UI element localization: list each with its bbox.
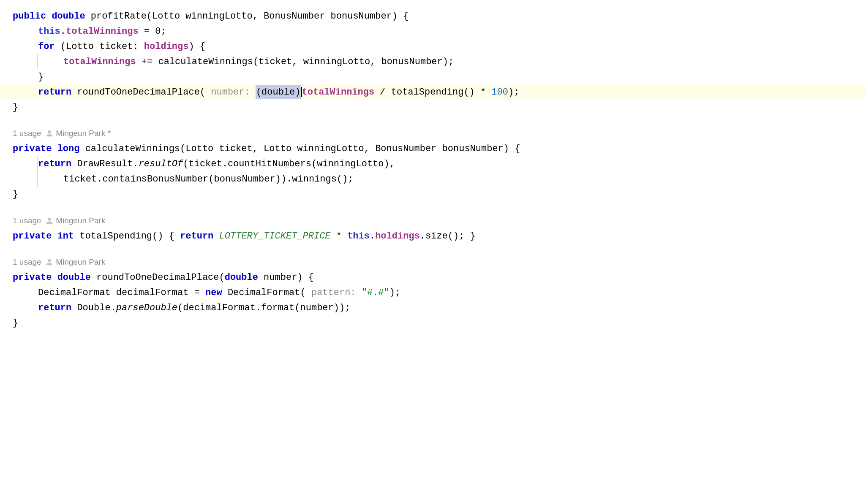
- method-parseDouble: parseDouble: [116, 301, 177, 315]
- kw-int: int: [57, 229, 74, 243]
- field-totalWinnings3: totalWinnings: [302, 85, 375, 99]
- person-icon-3: [46, 258, 53, 266]
- keyword-this: this: [38, 24, 60, 38]
- line-close-method4: }: [0, 316, 866, 331]
- s7: .size(); }: [420, 229, 476, 243]
- code-editor: public double profitRate( Lotto winningL…: [0, 0, 866, 339]
- division: / totalSpending() *: [374, 85, 491, 99]
- s10: number) {: [258, 271, 314, 285]
- kw-new: new: [205, 286, 222, 300]
- brace-close3: }: [13, 187, 18, 201]
- keyword-for: for: [38, 40, 55, 54]
- s6: *: [331, 229, 348, 243]
- type-lotto: Lotto: [152, 9, 185, 23]
- pd1: Double.: [71, 301, 116, 315]
- author-1: Mingeun Park *: [56, 127, 111, 140]
- kw-double3: double: [225, 271, 258, 285]
- usage-count-1: 1 usage: [13, 127, 41, 140]
- person-icon-2: [46, 217, 53, 225]
- brace-close2: }: [13, 100, 18, 114]
- cast-double: (double): [256, 85, 301, 99]
- kw-this2: this: [347, 229, 370, 243]
- param-hint-number: number:: [211, 85, 250, 99]
- line-method-signature: public double profitRate( Lotto winningL…: [0, 8, 866, 24]
- s9: roundToOneDecimalPlace(: [91, 271, 225, 285]
- space: [85, 9, 91, 23]
- line-this-totalWinnings: this . totalWinnings = 0;: [0, 24, 866, 39]
- brace-close: }: [38, 70, 44, 84]
- s4: totalSpending() {: [74, 229, 180, 243]
- space: [46, 9, 52, 23]
- df-new: DecimalFormat(: [222, 286, 311, 300]
- field-holdings: holdings: [144, 40, 189, 54]
- person-icon-1: [46, 130, 53, 137]
- space-meta3: [41, 256, 46, 268]
- line-roundToOne-sig: private double roundToOneDecimalPlace( d…: [0, 270, 866, 285]
- keyword-public: public: [13, 9, 46, 23]
- field-holdings2: holdings: [375, 229, 420, 243]
- cbn: ticket.containsBonusNumber(bonusNumber))…: [63, 172, 354, 186]
- line-totalSpending: private int totalSpending() { return LOT…: [0, 228, 866, 244]
- s8: [52, 271, 57, 285]
- type-bonusNumber: BonusNumber: [264, 9, 330, 23]
- dot: .: [60, 24, 66, 38]
- brace-close4: }: [13, 316, 18, 330]
- meta-totalSpending: 1 usage Mingeun Park: [0, 210, 866, 229]
- space-meta1: [41, 127, 46, 140]
- line-containsBonusNumber: ticket.containsBonusNumber(bonusNumber))…: [0, 172, 866, 187]
- keyword-double: double: [52, 9, 85, 23]
- assign-zero: = 0;: [139, 24, 166, 38]
- space-meta2: [41, 215, 46, 227]
- close-paren: );: [508, 85, 519, 99]
- line-close-method2: }: [0, 187, 866, 202]
- param-hint-pattern: pattern:: [311, 286, 356, 300]
- kw-private-3: private: [13, 271, 52, 285]
- line-return-DrawResult: return DrawResult. resultOf (ticket.coun…: [0, 157, 866, 172]
- dr2: (ticket.countHitNumbers(winningLotto),: [183, 157, 395, 171]
- s2: calculateWinnings(Lotto ticket, Lotto wi…: [79, 142, 520, 156]
- usage-count-2: 1 usage: [13, 215, 41, 227]
- for-parens: (Lotto ticket:: [55, 40, 144, 54]
- method-profitRate: public double profitRate( Lotto winningL…: [0, 8, 866, 115]
- kw-double2: double: [57, 271, 91, 285]
- method-resultOf: resultOf: [139, 157, 183, 171]
- method-name: profitRate(: [91, 9, 152, 23]
- param-winningLotto: winningLotto,: [185, 9, 264, 23]
- df-type: DecimalFormat decimalFormat =: [38, 286, 205, 300]
- s5: [213, 229, 219, 243]
- keyword-return: return: [38, 85, 71, 99]
- author-3: Mingeun Park: [56, 256, 105, 268]
- field-totalWinnings: totalWinnings: [66, 24, 139, 38]
- line-totalWinnings-calc: totalWinnings += calculateWinnings(ticke…: [0, 54, 866, 69]
- param-bonusNumber: bonusNumber) {: [331, 9, 409, 23]
- number-100: 100: [491, 85, 508, 99]
- df-close: );: [389, 286, 400, 300]
- field-totalWinnings2: totalWinnings: [63, 55, 136, 69]
- meta-roundToOneDecimalPlace: 1 usage Mingeun Park: [0, 251, 866, 270]
- kw-private-1: private: [13, 142, 52, 156]
- method-roundToOneDecimalPlace: private double roundToOneDecimalPlace( d…: [0, 270, 866, 331]
- kw-private-2: private: [13, 229, 52, 243]
- s3: [52, 229, 57, 243]
- line-for-loop: for (Lotto ticket: holdings ) {: [0, 39, 866, 54]
- kw-return2: return: [38, 157, 71, 171]
- space3: [250, 85, 256, 99]
- space2: roundToOneDecimalPlace(: [71, 85, 211, 99]
- usage-count-3: 1 usage: [13, 256, 41, 268]
- method-calculateWinnings: private long calculateWinnings(Lotto tic…: [0, 141, 866, 202]
- calc-op: += calculateWinnings(ticket, winningLott…: [136, 55, 454, 69]
- line-close-method1: }: [0, 100, 866, 115]
- dot2: .: [370, 229, 375, 243]
- line-DecimalFormat: DecimalFormat decimalFormat = new Decima…: [0, 285, 866, 301]
- for-close: ) {: [188, 40, 205, 54]
- constant-lottery: LOTTERY_TICKET_PRICE: [219, 229, 331, 243]
- string-pattern: "#.#": [362, 286, 389, 300]
- pd2: (decimalFormat.format(number));: [177, 301, 350, 315]
- line-calculateWinnings-sig: private long calculateWinnings(Lotto tic…: [0, 141, 866, 157]
- s1: [52, 142, 57, 156]
- line-return-parseDouble: return Double. parseDouble (decimalForma…: [0, 301, 866, 316]
- kw-long: long: [57, 142, 80, 156]
- kw-return4: return: [38, 301, 71, 315]
- dr1: DrawResult.: [71, 157, 138, 171]
- line-return: return roundToOneDecimalPlace( number: (…: [0, 84, 866, 100]
